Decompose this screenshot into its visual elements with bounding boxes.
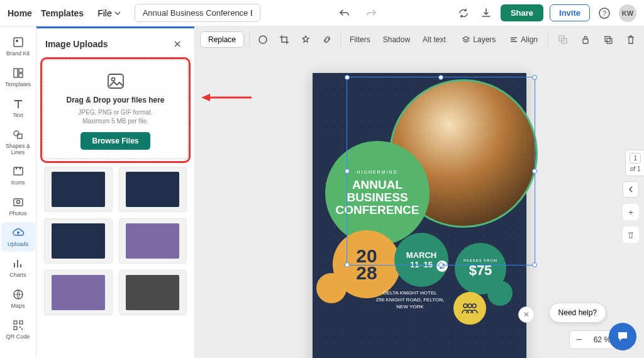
topbar-right: Share Invite ? KW <box>455 4 636 22</box>
upload-thumb[interactable] <box>119 218 187 264</box>
upload-thumb[interactable] <box>119 167 187 212</box>
home-link[interactable]: Home <box>8 8 32 18</box>
close-panel-button[interactable] <box>169 36 186 52</box>
templates-icon <box>11 66 25 80</box>
topbar-center <box>265 5 450 21</box>
canvas-area[interactable]: Replace Filters Shadow Alt text Layers A… <box>195 26 644 358</box>
dropzone-subtitle: JPEG, PNG or GIF format.Maximum 5 MB per… <box>78 108 152 126</box>
file-label: File <box>97 8 112 18</box>
rail-qrcode[interactable]: QR Code <box>1 315 35 344</box>
rail-shapes[interactable]: Shapes & Lines <box>1 124 35 160</box>
svg-point-28 <box>464 304 467 308</box>
svg-point-21 <box>111 78 114 81</box>
qrcode-icon <box>11 318 25 332</box>
filters-button[interactable]: Filters <box>346 33 374 47</box>
link-tool-icon[interactable] <box>319 31 335 48</box>
invite-button[interactable]: Invite <box>550 4 590 21</box>
upload-thumb[interactable] <box>44 167 113 212</box>
rail-icons[interactable]: Icons <box>1 160 35 190</box>
svg-rect-9 <box>14 167 23 175</box>
browse-files-button[interactable]: Browse Files <box>80 132 150 150</box>
selection-box[interactable] <box>347 77 535 266</box>
svg-rect-20 <box>108 74 123 88</box>
svg-rect-26 <box>605 36 610 42</box>
upload-thumb[interactable] <box>44 218 113 264</box>
page-indicator[interactable]: 1 of 1 <box>625 150 644 176</box>
panel-header: Image Uploads <box>36 28 194 60</box>
file-menu[interactable]: File <box>92 6 126 21</box>
upload-thumb[interactable] <box>119 270 187 315</box>
layers-button[interactable]: Layers <box>458 33 499 47</box>
align-icon <box>509 35 518 44</box>
templates-link[interactable]: Templates <box>41 8 84 18</box>
svg-rect-6 <box>19 74 23 77</box>
magic-tool-icon[interactable] <box>297 31 314 48</box>
alttext-button[interactable]: Alt text <box>419 33 450 47</box>
add-page-button[interactable]: + <box>623 204 639 220</box>
chat-fab[interactable] <box>609 323 636 350</box>
upload-dropzone[interactable]: Drag & Drop your files here JPEG, PNG or… <box>43 60 188 159</box>
uploaded-thumbnails <box>36 159 194 323</box>
main: Brand Kit Templates Text Shapes & Lines … <box>0 26 644 358</box>
svg-rect-15 <box>14 321 17 324</box>
user-avatar[interactable]: KW <box>619 4 636 22</box>
delete-button[interactable] <box>623 31 639 48</box>
sync-icon[interactable] <box>455 5 472 21</box>
group-button[interactable] <box>555 31 571 48</box>
design-title-input[interactable] <box>135 4 260 22</box>
svg-rect-5 <box>19 69 23 72</box>
uploads-panel: Image Uploads Drag & Drop your files her… <box>36 26 195 358</box>
lock-button[interactable] <box>577 31 594 48</box>
rail-maps[interactable]: Maps <box>1 284 35 313</box>
svg-point-7 <box>14 131 19 136</box>
help-close-button[interactable]: ✕ <box>518 306 535 323</box>
crop-tool-icon[interactable] <box>276 31 292 48</box>
download-button[interactable] <box>478 5 494 21</box>
icons-icon <box>11 164 25 178</box>
upload-thumb[interactable] <box>44 270 113 315</box>
svg-point-29 <box>468 304 472 308</box>
svg-rect-10 <box>16 167 17 169</box>
svg-text:?: ? <box>602 9 606 17</box>
need-help-button[interactable]: Need help? <box>549 303 606 323</box>
chevron-down-icon <box>114 10 121 16</box>
svg-rect-4 <box>14 69 18 77</box>
people-icon-circle <box>453 292 486 325</box>
redo-button[interactable] <box>363 5 379 21</box>
panel-title: Image Uploads <box>45 39 108 49</box>
delete-page-button[interactable] <box>623 227 639 243</box>
topbar: Home Templates File Share Invite ? KW <box>0 0 644 26</box>
svg-rect-11 <box>19 167 21 169</box>
rail-charts[interactable]: Charts <box>1 253 35 282</box>
toolbar-right: Layers Align <box>458 31 639 48</box>
duplicate-button[interactable] <box>600 31 616 48</box>
svg-point-13 <box>16 201 19 204</box>
rail-brandkit[interactable]: Brand Kit <box>1 31 35 61</box>
maps-icon <box>11 288 25 301</box>
context-toolbar: Replace Filters Shadow Alt text Layers A… <box>200 31 639 48</box>
replace-button[interactable]: Replace <box>200 31 244 48</box>
svg-rect-12 <box>14 199 23 206</box>
undo-button[interactable] <box>336 5 353 21</box>
zoom-out-button[interactable]: − <box>570 334 589 345</box>
circle-tool-icon[interactable] <box>255 31 271 48</box>
help-icon[interactable]: ? <box>596 5 613 21</box>
rail-uploads[interactable]: Uploads <box>1 222 35 252</box>
shadow-button[interactable]: Shadow <box>379 33 414 47</box>
svg-rect-27 <box>607 38 612 43</box>
svg-rect-2 <box>14 38 23 47</box>
align-button[interactable]: Align <box>506 33 541 47</box>
share-button[interactable]: Share <box>501 4 543 21</box>
uploads-icon <box>11 226 25 240</box>
poster-canvas[interactable]: HIGHERMIND ANNUALBUSINESSCONFERENCE 2028… <box>313 73 526 358</box>
collapse-panel-button[interactable] <box>623 181 639 198</box>
topbar-left: Home Templates File <box>8 4 260 22</box>
svg-rect-25 <box>583 39 588 43</box>
rail-templates[interactable]: Templates <box>1 62 35 92</box>
svg-rect-17 <box>14 327 17 330</box>
photos-icon <box>11 195 25 209</box>
rail-text[interactable]: Text <box>1 93 35 123</box>
svg-rect-18 <box>19 327 21 328</box>
svg-rect-16 <box>19 321 23 324</box>
rail-photos[interactable]: Photos <box>1 191 35 221</box>
